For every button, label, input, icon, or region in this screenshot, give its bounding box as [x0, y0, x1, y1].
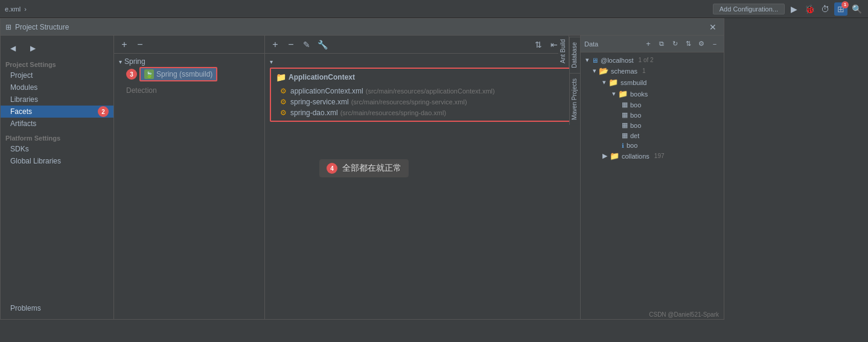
data-add-button[interactable]: +	[643, 39, 654, 49]
profile-button[interactable]: ⏱	[819, 2, 832, 16]
sidebar-spacer	[1, 167, 113, 302]
spring-ssmbuild-row: 3 🍃 Spring (ssmbuild)	[116, 67, 262, 81]
nav-buttons: ◀ ▶	[1, 40, 113, 56]
edit-file-button[interactable]: ✎	[300, 38, 313, 51]
table-icon-3: ▦	[622, 131, 628, 139]
middle-toolbar: + −	[114, 36, 264, 54]
file-path-0: (src/main/resources/applicationContext.x…	[366, 87, 495, 95]
collations-arrow: ▶	[602, 152, 607, 160]
sidebar-item-problems[interactable]: Problems	[1, 302, 113, 314]
db-schemas-item[interactable]: ▾ 📂 schemas 1	[583, 65, 721, 77]
sidebar-item-modules[interactable]: Modules	[1, 81, 113, 93]
det-label: det	[630, 132, 639, 139]
project-settings-label: Project Settings	[1, 56, 113, 69]
table-icon-1: ▦	[622, 111, 628, 119]
sidebar-item-sdks[interactable]: SDKs	[1, 143, 113, 155]
detection-label: Detection	[116, 84, 262, 97]
right-panel-actions: + ⧉ ↻ ⇅ ⚙ −	[643, 39, 720, 49]
boo0-label: boo	[630, 101, 641, 109]
toolbar-right: Add Configuration... ▶ 🐞 ⏱ ⊞ 1 🔍	[713, 2, 863, 16]
breadcrumb-separator: ›	[24, 5, 27, 13]
wrench-button[interactable]: 🔧	[316, 38, 329, 51]
remove-file-button[interactable]: −	[284, 38, 298, 51]
add-config-button[interactable]: Add Configuration...	[713, 4, 785, 14]
ant-build-tab[interactable]: Ant Build	[558, 36, 569, 67]
debug-button[interactable]: 🐞	[803, 2, 816, 16]
dialog-content-panel: + − ✎ 🔧 ⇅ ⇤ ⇥ ▾ 📁	[265, 36, 580, 319]
data-minimize-button[interactable]: −	[709, 39, 720, 49]
spring-group-label: Spring	[124, 57, 145, 66]
db-boo2-item[interactable]: ▦ boo	[583, 120, 721, 130]
schemas-arrow: ▾	[593, 67, 596, 75]
platform-settings-label: Platform Settings	[1, 130, 113, 143]
data-filter-button[interactable]: ⇅	[683, 39, 694, 49]
spring-ssmbuild-item[interactable]: 🍃 Spring (ssmbuild)	[139, 67, 217, 81]
file-name-1: spring-service.xml	[290, 98, 349, 106]
ssmbuild-label: ssmbuild	[621, 79, 646, 86]
db-collations-item[interactable]: ▶ 📁 collations 197	[583, 150, 721, 162]
right-database-panel: Data + ⧉ ↻ ⇅ ⚙ − ▾ 🖥	[580, 36, 724, 319]
db-books-item[interactable]: ▾ 📁 books	[583, 88, 721, 100]
books-label: books	[630, 90, 648, 98]
collations-label: collations	[622, 153, 649, 160]
db-boo0-item[interactable]: ▦ boo	[583, 100, 721, 110]
db-root-icon: 🖥	[592, 57, 598, 64]
xml-icon-1: ⚙	[278, 98, 288, 106]
build-badge: 1	[841, 1, 849, 8]
maven-projects-vertical-tab[interactable]: Maven Projects	[570, 73, 580, 125]
boo2-label: boo	[630, 122, 641, 129]
content-body: ▾ 📁 ApplicationContext ⚙ applicationCont…	[265, 54, 580, 319]
dialog-title-bar: ⊞ Project Structure ✕	[1, 19, 724, 36]
dialog-sidebar: ◀ ▶ Project Settings Project Modules Lib…	[1, 36, 114, 319]
file-path-1: (src/main/resources/spring-service.xml)	[351, 98, 467, 106]
search-button[interactable]: 🔍	[850, 2, 863, 16]
sidebar-item-project[interactable]: Project	[1, 69, 113, 81]
app-context-title: ApplicationContext	[289, 73, 355, 81]
file-row-2[interactable]: ⚙ spring-dao.xml (src/main/resources/spr…	[273, 107, 572, 118]
app-context-header-row: ▾	[270, 59, 575, 65]
dialog-close-button[interactable]: ✕	[707, 21, 719, 33]
file-row-0[interactable]: ⚙ applicationContext.xml (src/main/resou…	[273, 86, 572, 97]
app-context-folder-icon: 📁	[276, 72, 286, 82]
sidebar-item-global-libraries[interactable]: Global Libraries	[1, 155, 113, 167]
boo1-label: boo	[630, 112, 641, 119]
database-vertical-tab[interactable]: Database	[570, 37, 580, 73]
data-settings-button[interactable]: ⚙	[696, 39, 707, 49]
remove-facet-button[interactable]: −	[133, 38, 147, 51]
nav-forward-button[interactable]: ▶	[25, 43, 40, 54]
spring-group-item[interactable]: ▾ Spring	[116, 56, 262, 67]
data-refresh-button[interactable]: ↻	[669, 39, 680, 49]
db-root-arrow: ▾	[586, 56, 589, 64]
vertical-tabs: Database Maven Projects	[569, 37, 580, 125]
app-context-section-header: 📁 ApplicationContext	[273, 71, 572, 83]
file-path-2: (src/main/resources/spring-dao.xml)	[340, 109, 446, 116]
schemas-meta: 1	[642, 68, 646, 74]
add-file-button[interactable]: +	[269, 38, 282, 51]
collations-meta: 197	[654, 153, 665, 159]
run-button[interactable]: ▶	[787, 2, 800, 16]
sidebar-item-artifacts[interactable]: Artifacts	[1, 118, 113, 130]
schemas-label: schemas	[611, 68, 637, 75]
boo3-label: boo	[627, 142, 637, 149]
nav-back-button[interactable]: ◀	[5, 43, 21, 54]
step-badge-3: 3	[126, 69, 137, 80]
xml-icon-2: ⚙	[278, 109, 288, 117]
db-ssmbuild-item[interactable]: ▾ 📁 ssmbuild	[583, 77, 721, 88]
db-root-item[interactable]: ▾ 🖥 @localhost 1 of 2	[583, 55, 721, 65]
db-det-item[interactable]: ▦ det	[583, 130, 721, 141]
sidebar-item-libraries[interactable]: Libraries	[1, 93, 113, 106]
data-copy-button[interactable]: ⧉	[656, 39, 667, 49]
tooltip-text: 全部都在就正常	[342, 163, 401, 174]
books-folder-icon: 📁	[618, 89, 628, 98]
sort-button[interactable]: ⇅	[532, 38, 545, 51]
add-facet-button[interactable]: +	[118, 38, 131, 51]
ssmbuild-folder-icon: 📁	[608, 78, 618, 87]
sidebar-item-facets[interactable]: Facets	[1, 106, 113, 118]
file-row-1[interactable]: ⚙ spring-service.xml (src/main/resources…	[273, 97, 572, 107]
ssmbuild-arrow: ▾	[602, 78, 606, 86]
db-root-meta: 1 of 2	[639, 57, 654, 63]
db-boo3-item[interactable]: ℹ boo	[583, 141, 721, 150]
data-tab[interactable]: Data	[584, 40, 598, 48]
db-boo1-item[interactable]: ▦ boo	[583, 110, 721, 120]
right-panel-header: Data + ⧉ ↻ ⇅ ⚙ −	[581, 36, 724, 52]
